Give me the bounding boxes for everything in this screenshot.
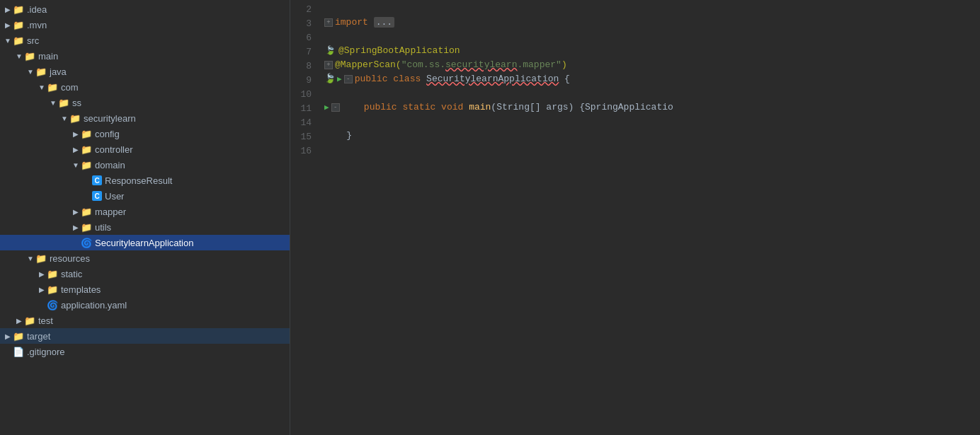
sp1 xyxy=(397,100,403,115)
folder-icon-com: 📁 xyxy=(47,81,58,93)
line-num-11: 11 xyxy=(290,102,312,116)
line-num-10: 10 xyxy=(290,88,312,102)
folder-icon-main: 📁 xyxy=(24,50,35,62)
code-line-8: + @MapperScan("com.ss.securitylearn.mapp… xyxy=(324,58,980,72)
sidebar-item-responseresult[interactable]: ResponseResult xyxy=(0,173,290,188)
fold-button-8[interactable]: + xyxy=(324,61,333,69)
folder-icon-config: 📁 xyxy=(81,128,92,139)
code-line-10 xyxy=(324,86,980,100)
code-line-6 xyxy=(324,30,980,44)
spring-run-icon: 🍃 xyxy=(324,74,336,85)
annotation-springboot: @SpringBootApplication xyxy=(338,44,460,58)
line-num-9: 9 xyxy=(290,74,312,88)
sidebar-item-mapper[interactable]: 📁 mapper xyxy=(0,204,290,219)
sidebar-item-securitylearn-application[interactable]: 🌀 SecuritylearnApplication xyxy=(0,235,290,250)
sp3 xyxy=(463,100,469,115)
sidebar-item-ss[interactable]: 📁 ss xyxy=(0,95,290,110)
sp2 xyxy=(435,100,441,115)
spring-icon-application: 🌀 xyxy=(81,237,92,248)
arrow-main xyxy=(14,52,24,60)
code-line-2 xyxy=(324,1,980,16)
arrow-templates xyxy=(37,286,47,294)
sidebar-label-mvn: .mvn xyxy=(27,20,47,30)
arrow-mvn xyxy=(3,21,13,29)
folder-icon-templates: 📁 xyxy=(47,284,58,295)
sidebar-label-user: User xyxy=(105,191,124,202)
sidebar-item-application-yaml[interactable]: 🌀 application.yaml xyxy=(0,297,290,313)
sidebar-label-idea: .idea xyxy=(27,4,47,15)
sidebar-item-utils[interactable]: 📁 utils xyxy=(0,219,290,235)
sidebar-label-securitylearn-app: SecuritylearnApplication xyxy=(95,238,193,248)
folder-icon-mvn: 📁 xyxy=(13,19,24,30)
sidebar-item-src[interactable]: 📁 src xyxy=(0,33,290,48)
annotation-mapperscan: @MapperScan( xyxy=(335,58,401,72)
sidebar-item-main[interactable]: 📁 main xyxy=(0,48,290,64)
arrow-utils xyxy=(71,224,81,231)
sidebar-item-gitignore[interactable]: 📄 .gitignore xyxy=(0,344,290,359)
sidebar-item-resources[interactable]: 📁 resources xyxy=(0,250,290,266)
code-content[interactable]: + import ... 🍃 @SpringBootApplication + … xyxy=(319,1,980,435)
sidebar-item-templates[interactable]: 📁 templates xyxy=(0,282,290,297)
sidebar-label-static: static xyxy=(61,269,82,279)
line-num-3: 3 xyxy=(290,17,312,31)
sidebar-label-main: main xyxy=(38,51,58,62)
sidebar-label-yaml: application.yaml xyxy=(61,300,127,311)
sidebar-item-idea[interactable]: 📁 .idea xyxy=(0,1,290,17)
sidebar-item-target[interactable]: 📁 target xyxy=(0,328,290,344)
sp4: { xyxy=(574,100,585,115)
open-brace-9: { xyxy=(559,72,570,86)
file-tree[interactable]: 📁 .idea 📁 .mvn 📁 src 📁 main 📁 java 📁 com… xyxy=(0,0,290,435)
code-editor: 2 3 6 7 8 9 10 11 14 15 16 + import ... xyxy=(290,0,980,435)
class-name-security: SecuritylearnApplication xyxy=(426,72,559,86)
sidebar-label-gitignore: .gitignore xyxy=(27,347,64,357)
sidebar-item-user[interactable]: User xyxy=(0,188,290,204)
indent-11 xyxy=(342,100,364,115)
sidebar-label-ss: ss xyxy=(72,98,81,108)
sidebar-item-java[interactable]: 📁 java xyxy=(0,64,290,79)
arrow-test xyxy=(14,317,24,325)
folder-icon-static: 📁 xyxy=(47,268,58,279)
sidebar-label-java: java xyxy=(50,66,67,77)
run-button-11[interactable]: ▶ xyxy=(324,100,329,115)
arrow-com xyxy=(37,83,47,91)
sidebar-item-com[interactable]: 📁 com xyxy=(0,79,290,95)
folder-icon-ss: 📁 xyxy=(58,97,69,108)
void-keyword-11: void xyxy=(441,100,463,115)
sidebar-item-config[interactable]: 📁 config xyxy=(0,126,290,141)
fold-button-11[interactable]: - xyxy=(331,103,340,112)
folder-icon-securitylearn: 📁 xyxy=(69,112,81,124)
import-dots: ... xyxy=(368,16,394,30)
sidebar-item-securitylearn[interactable]: 📁 securitylearn xyxy=(0,110,290,126)
sidebar-label-securitylearn: securitylearn xyxy=(84,113,136,124)
sidebar-item-static[interactable]: 📁 static xyxy=(0,266,290,282)
arrow-java xyxy=(25,68,35,76)
class-icon-responseresult xyxy=(92,175,102,185)
static-keyword-11: static xyxy=(402,100,435,115)
line-num-16: 16 xyxy=(290,144,312,158)
code-line-3: + import ... xyxy=(324,16,980,30)
sidebar-label-test: test xyxy=(38,315,53,326)
fold-button-3[interactable]: + xyxy=(324,18,333,27)
sidebar-item-controller[interactable]: 📁 controller xyxy=(0,141,290,157)
folder-icon-java: 📁 xyxy=(35,66,47,77)
class-keyword-9: class xyxy=(393,72,421,86)
sidebar-item-test[interactable]: 📁 test xyxy=(0,313,290,328)
code-line-7: 🍃 @SpringBootApplication xyxy=(324,44,980,58)
spring-boot-gutter-icon: 🍃 xyxy=(324,45,336,57)
sidebar-label-utils: utils xyxy=(95,222,111,233)
code-line-15: } xyxy=(324,129,980,143)
yaml-icon: 🌀 xyxy=(47,299,58,311)
line-num-7: 7 xyxy=(290,45,312,59)
sidebar-label-templates: templates xyxy=(61,284,101,295)
sidebar-label-resources: resources xyxy=(50,253,90,264)
run-button-9[interactable]: ▶ xyxy=(337,72,342,86)
arrow-securitylearn xyxy=(59,115,69,122)
code-area[interactable]: 2 3 6 7 8 9 10 11 14 15 16 + import ... xyxy=(290,0,980,435)
file-icon-gitignore: 📄 xyxy=(13,346,24,357)
sidebar-item-domain[interactable]: 📁 domain xyxy=(0,157,290,173)
sidebar-item-mvn[interactable]: 📁 .mvn xyxy=(0,17,290,33)
fold-button-9[interactable]: - xyxy=(344,75,353,83)
mapperscan-string: "com.ss.securitylearn.mapper" xyxy=(401,58,562,72)
folder-icon-domain: 📁 xyxy=(81,159,92,170)
folder-icon-idea: 📁 xyxy=(13,4,24,15)
